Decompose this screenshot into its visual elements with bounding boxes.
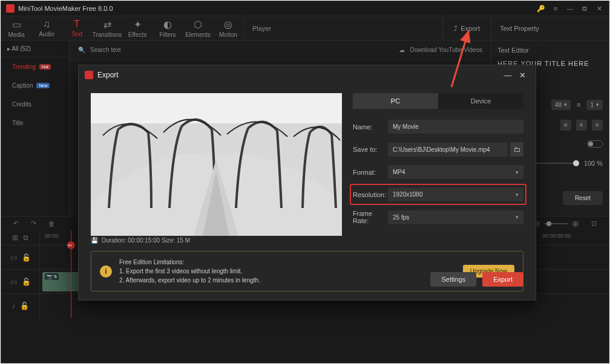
chevron-down-icon: ▾ (516, 169, 519, 175)
key-icon[interactable]: 🔑 (536, 4, 546, 13)
dialog-title: Export (97, 71, 500, 79)
maximize-icon[interactable]: ⧉ (580, 4, 589, 13)
saveto-label: Save to: (353, 146, 388, 153)
video-track-icon: ▭ (10, 278, 17, 286)
scissors-icon: ✂ (68, 242, 73, 249)
tab-effects[interactable]: ✦Effects (122, 16, 152, 40)
export-dialog: Export — ✕ (78, 65, 536, 301)
tab-device[interactable]: Device (438, 93, 523, 109)
download-youtube-link[interactable]: Download YouTube Videos (410, 47, 482, 53)
sidebar-item-caption[interactable]: CaptionNew (1, 76, 69, 95)
tab-filters[interactable]: ◐Filters (152, 16, 183, 40)
elements-icon: ⬡ (194, 19, 202, 30)
export-preview (91, 93, 342, 236)
framerate-label: Frame Rate: (353, 210, 388, 224)
motion-icon: ◎ (224, 19, 232, 30)
all-category[interactable]: ▸ All (52) (1, 41, 69, 57)
audio-icon: ♫ (43, 19, 50, 30)
svg-rect-1 (91, 93, 342, 123)
player-label: Player (244, 16, 442, 40)
resolution-label: Resolution: (353, 191, 388, 198)
lock-icon[interactable]: 🔓 (20, 302, 29, 310)
chevron-down-icon: ▾ (516, 192, 519, 198)
lock-icon[interactable]: 🔓 (22, 253, 31, 262)
saveto-input[interactable]: C:\Users\BJ\Desktop\My Movie.mp4 (388, 143, 508, 157)
format-label: Format: (353, 169, 388, 176)
line-height-select[interactable]: 1▾ (586, 100, 603, 110)
settings-button[interactable]: Settings (430, 272, 476, 287)
limit-title: Free Edition Limitations: (119, 258, 456, 267)
align-right-button[interactable]: ≡ (592, 120, 603, 131)
titlebar: MiniTool MovieMaker Free 8.0.0 🔑 ≡ — ⧉ ✕ (1, 1, 609, 16)
add-track-button[interactable]: ⊞ (12, 233, 18, 242)
app-title: MiniTool MovieMaker Free 8.0.0 (18, 5, 531, 12)
copy-track-button[interactable]: ⧉ (23, 233, 28, 242)
search-icon: 🔍 (78, 47, 85, 53)
timecode-start: 00:00 (45, 233, 59, 239)
dialog-minimize-button[interactable]: — (500, 68, 515, 82)
tab-pc[interactable]: PC (353, 93, 438, 109)
tab-elements[interactable]: ⬡Elements (183, 16, 213, 40)
framerate-select[interactable]: 25 fps▾ (388, 210, 523, 224)
tab-motion[interactable]: ◎Motion (213, 16, 243, 40)
zoom-slider[interactable] (544, 223, 568, 224)
dialog-close-button[interactable]: ✕ (515, 68, 530, 82)
video-track-icon: ▭ (10, 253, 17, 262)
lock-icon[interactable]: 🔓 (22, 278, 31, 286)
folder-icon: ▭ (12, 19, 21, 30)
opacity-value: 100 % (584, 160, 603, 167)
download-icon: ☁ (399, 47, 405, 53)
align-center-button[interactable]: ≡ (576, 120, 587, 131)
tab-transitions[interactable]: ⇄Transitions (92, 16, 122, 40)
chevron-down-icon: ▾ (516, 214, 519, 220)
export-icon: ⤴ (454, 25, 457, 32)
text-icon: T (74, 19, 80, 30)
export-button-top[interactable]: ⤴Export (443, 16, 491, 40)
category-sidebar: ▸ All (52) TrendingHot CaptionNew Credit… (1, 41, 70, 216)
name-input[interactable]: My Movie (388, 120, 523, 134)
font-size-select[interactable]: 48▾ (551, 100, 571, 110)
export-confirm-button[interactable]: Export (482, 272, 523, 287)
browse-button[interactable]: 🗀 (510, 142, 523, 157)
reset-button[interactable]: Reset (563, 191, 603, 205)
main-toolbar: ▭Media ♫Audio TText ⇄Transitions ✦Effect… (1, 16, 609, 41)
timecode-1: 00:00:50:00 (542, 233, 571, 239)
tab-media[interactable]: ▭Media (1, 16, 31, 40)
format-select[interactable]: MP4▾ (388, 165, 523, 179)
playhead[interactable]: ✂ (71, 230, 71, 317)
new-badge: New (36, 83, 50, 88)
effects-icon: ✦ (134, 19, 142, 30)
transitions-icon: ⇄ (103, 19, 111, 30)
resolution-select[interactable]: 1920x1080▾ (388, 187, 523, 201)
duration-readout: Duration: 00:00:15:00 Size: 15 M (102, 237, 190, 244)
tab-audio[interactable]: ♫Audio (31, 16, 62, 40)
redo-button[interactable]: ↷ (31, 219, 36, 227)
hot-badge: Hot (39, 64, 51, 70)
sidebar-item-trending[interactable]: TrendingHot (1, 57, 69, 76)
zoom-in-button[interactable]: ⊕ (572, 219, 579, 229)
name-label: Name: (353, 123, 388, 131)
tab-text[interactable]: TText (62, 16, 92, 40)
minimize-icon[interactable]: — (565, 4, 575, 13)
limit-line2: 2. Afterwards, export video up to 2 minu… (119, 277, 260, 284)
line-height-icon: ≡ (577, 101, 580, 108)
fit-button[interactable]: ⊡ (591, 219, 597, 227)
text-editor-header: Text Editor (497, 47, 603, 59)
close-app-icon[interactable]: ✕ (594, 4, 604, 13)
sidebar-item-title[interactable]: Title (1, 114, 69, 132)
info-icon: i (100, 265, 112, 278)
toggle-switch[interactable] (587, 140, 603, 148)
sidebar-item-credits[interactable]: Credits (1, 95, 69, 114)
limit-line1: 1. Export the first 3 videos without len… (119, 268, 242, 275)
filters-icon: ◐ (163, 19, 172, 30)
property-panel-title: Text Property (491, 16, 609, 40)
align-left-button[interactable]: ≡ (560, 120, 571, 131)
delete-button[interactable]: 🗑 (48, 220, 55, 227)
dialog-logo-icon (85, 71, 93, 79)
folder-icon: 🗀 (514, 146, 520, 153)
undo-button[interactable]: ↶ (13, 219, 19, 227)
save-small-icon: 💾 (91, 237, 98, 244)
app-logo-icon (6, 4, 15, 13)
menu-icon[interactable]: ≡ (551, 4, 560, 13)
search-input[interactable]: Search text (90, 47, 121, 53)
